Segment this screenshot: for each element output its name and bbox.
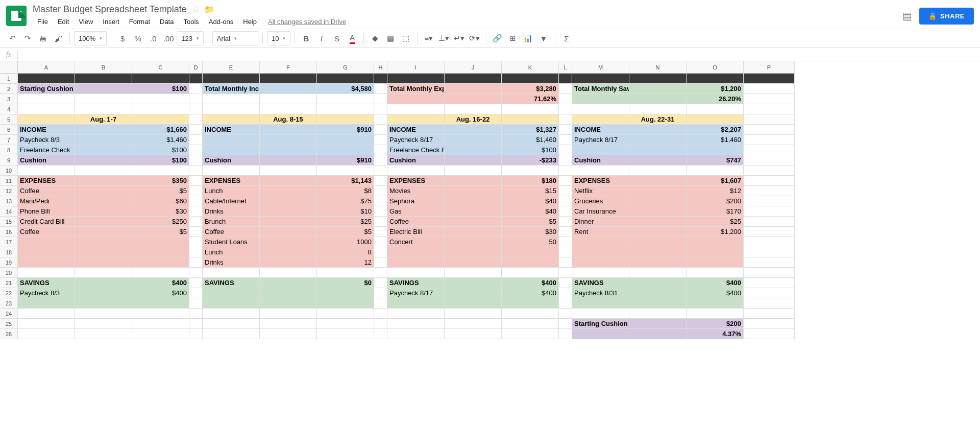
cell[interactable] — [203, 268, 260, 278]
cell[interactable] — [132, 329, 189, 339]
cell[interactable]: $5 — [132, 186, 189, 196]
cell[interactable] — [203, 309, 260, 319]
cell[interactable] — [502, 257, 559, 268]
cell[interactable]: $75 — [317, 196, 374, 206]
cell[interactable] — [189, 94, 203, 104]
cell[interactable]: INCOME — [18, 125, 75, 135]
cell[interactable] — [317, 329, 374, 339]
cell[interactable] — [260, 155, 317, 166]
cell[interactable]: $400 — [132, 288, 189, 298]
cell[interactable] — [687, 114, 744, 125]
cell[interactable] — [18, 114, 75, 125]
cell[interactable] — [317, 145, 374, 155]
rotate-icon[interactable]: ⟳▾ — [468, 31, 482, 45]
menu-help[interactable]: Help — [238, 16, 261, 28]
cell[interactable] — [132, 94, 189, 104]
cell[interactable] — [374, 84, 387, 94]
cell[interactable]: $2,207 — [687, 125, 744, 135]
cell[interactable] — [387, 247, 445, 257]
cell[interactable]: $8 — [317, 186, 374, 196]
cell[interactable] — [744, 237, 795, 247]
menu-edit[interactable]: Edit — [53, 16, 74, 28]
cell[interactable] — [629, 309, 687, 319]
cell[interactable] — [317, 268, 374, 278]
formula-input[interactable] — [18, 48, 980, 61]
cell[interactable] — [629, 104, 687, 114]
cell[interactable]: $100 — [132, 145, 189, 155]
row-header[interactable]: 22 — [0, 288, 17, 298]
cell[interactable] — [445, 257, 502, 268]
menu-addons[interactable]: Add-ons — [204, 16, 238, 28]
cell[interactable] — [18, 237, 75, 247]
number-format-select[interactable]: 123 — [177, 31, 204, 45]
cell[interactable]: $400 — [687, 278, 744, 288]
cell[interactable]: Student Loans — [203, 237, 260, 247]
row-header[interactable]: 8 — [0, 145, 17, 155]
cell[interactable] — [559, 125, 572, 135]
cell[interactable]: Paycheck 8/17 — [387, 288, 445, 298]
cell[interactable]: Brunch — [203, 217, 260, 227]
cell[interactable] — [189, 329, 203, 339]
cell[interactable] — [687, 247, 744, 257]
row-header[interactable]: 1 — [0, 74, 17, 84]
menu-insert[interactable]: Insert — [98, 16, 124, 28]
cell[interactable] — [260, 247, 317, 257]
row-header[interactable]: 23 — [0, 298, 17, 309]
cell[interactable] — [744, 104, 795, 114]
cell[interactable] — [374, 206, 387, 217]
cell[interactable] — [387, 94, 445, 104]
cell[interactable] — [559, 247, 572, 257]
cell[interactable]: Concert — [387, 237, 445, 247]
cell[interactable] — [572, 94, 629, 104]
cell[interactable]: Car Insurance — [572, 206, 629, 217]
cell[interactable] — [502, 74, 559, 84]
cell[interactable] — [75, 74, 132, 84]
row-header[interactable]: 11 — [0, 176, 17, 186]
cell[interactable] — [744, 114, 795, 125]
cell[interactable] — [572, 166, 629, 176]
cell[interactable] — [189, 257, 203, 268]
cell[interactable] — [260, 217, 317, 227]
cell[interactable]: 12 — [317, 257, 374, 268]
merge-icon[interactable]: ⬚ — [399, 31, 413, 45]
cell[interactable] — [260, 145, 317, 155]
cell[interactable] — [203, 288, 260, 298]
cell[interactable] — [374, 145, 387, 155]
cell[interactable] — [132, 237, 189, 247]
cell[interactable] — [260, 227, 317, 237]
cell[interactable] — [374, 114, 387, 125]
cell[interactable]: $180 — [502, 176, 559, 186]
cell[interactable] — [189, 84, 203, 94]
cell[interactable] — [687, 257, 744, 268]
cell[interactable] — [132, 298, 189, 309]
cell[interactable]: INCOME — [387, 125, 445, 135]
cell[interactable] — [629, 155, 687, 166]
cell[interactable] — [18, 257, 75, 268]
cell[interactable] — [18, 74, 75, 84]
cell[interactable] — [374, 268, 387, 278]
cell[interactable]: Cushion — [387, 155, 445, 166]
cell[interactable]: Mani/Pedi — [18, 196, 75, 206]
cell[interactable] — [559, 329, 572, 339]
col-header[interactable]: H — [374, 61, 387, 74]
row-header[interactable]: 21 — [0, 278, 17, 288]
cell[interactable] — [744, 298, 795, 309]
cell[interactable] — [317, 74, 374, 84]
cell[interactable] — [374, 166, 387, 176]
cell[interactable] — [744, 176, 795, 186]
cell[interactable] — [559, 288, 572, 298]
cell[interactable]: $30 — [132, 206, 189, 217]
cell[interactable] — [260, 94, 317, 104]
cell[interactable] — [445, 309, 502, 319]
cell[interactable] — [502, 104, 559, 114]
row-header[interactable]: 25 — [0, 319, 17, 329]
cell[interactable]: SAVINGS — [572, 278, 629, 288]
cell[interactable] — [687, 145, 744, 155]
cell[interactable] — [260, 135, 317, 145]
cell[interactable] — [132, 166, 189, 176]
cell[interactable]: $250 — [132, 217, 189, 227]
cell[interactable] — [502, 309, 559, 319]
cell[interactable] — [744, 329, 795, 339]
cell[interactable] — [445, 186, 502, 196]
cell[interactable] — [374, 74, 387, 84]
